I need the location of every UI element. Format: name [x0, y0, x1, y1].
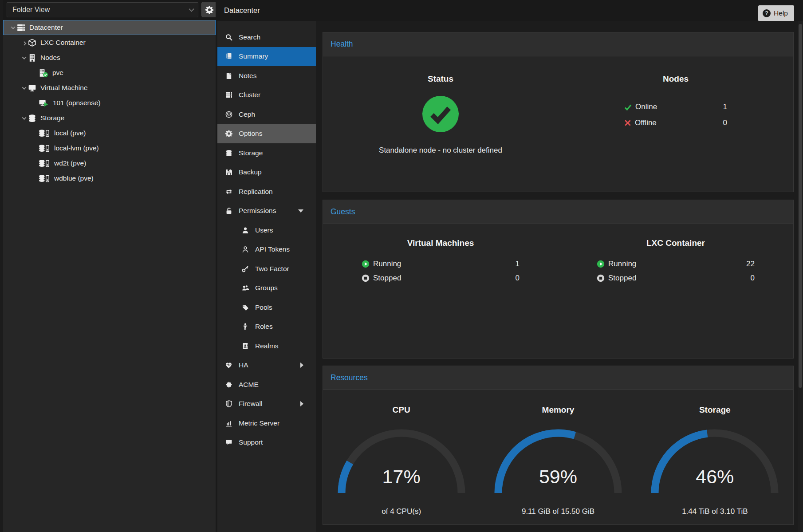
summary-content: Health Status Standalone node - no clust… — [316, 21, 803, 532]
row-value: 0 — [723, 118, 727, 127]
monitor-play-icon — [39, 99, 49, 107]
view-selector-dropdown[interactable]: Folder View — [7, 2, 198, 17]
tree-item-label: Datacenter — [29, 24, 63, 32]
resources-panel-header: Resources — [323, 366, 793, 390]
server-stack-icon — [17, 24, 25, 32]
database-drive-icon — [39, 129, 50, 138]
search-icon — [224, 34, 233, 41]
menu-item-permissions[interactable]: Permissions — [217, 201, 316, 221]
collapse-arrow-icon[interactable] — [20, 117, 28, 120]
menu-item-label: Backup — [239, 168, 262, 176]
menu-item-label: Ceph — [239, 110, 255, 118]
menu-item-cluster[interactable]: Cluster — [217, 86, 316, 105]
tree-item-virtual-machine[interactable]: Virtual Machine — [3, 80, 216, 95]
scrollbar-thumb[interactable] — [799, 24, 802, 388]
menu-item-ceph[interactable]: Ceph — [217, 105, 316, 124]
tree-item-vm-101[interactable]: 101 (opnsense) — [3, 95, 216, 110]
menu-item-pools[interactable]: Pools — [217, 298, 316, 317]
guests-panel-header: Guests — [323, 200, 793, 224]
tree-item-storage-wdblue[interactable]: wdblue (pve) — [3, 171, 216, 186]
menu-item-notes[interactable]: Notes — [217, 66, 316, 86]
row-label: Running — [373, 260, 401, 268]
menu-item-ha[interactable]: HA — [217, 356, 316, 375]
lxc-container-column: LXC Container Running 22 Stopped 0 — [558, 224, 793, 285]
vm-running-row: Running 1 — [362, 257, 520, 271]
server-stack-icon — [224, 91, 233, 99]
health-panel: Health Status Standalone node - no clust… — [323, 32, 794, 192]
tree-item-datacenter[interactable]: Datacenter — [3, 20, 216, 35]
tree-settings-button[interactable] — [201, 2, 217, 17]
menu-item-api-tokens[interactable]: API Tokens — [217, 240, 316, 260]
menu-item-label: Pools — [255, 303, 272, 311]
chevron-right-icon[interactable] — [300, 363, 303, 368]
users-icon — [240, 284, 250, 292]
view-selector-value: Folder View — [12, 6, 50, 14]
menu-item-users[interactable]: Users — [217, 221, 316, 240]
storage-gauge: 46% — [648, 426, 781, 497]
menu-item-label: Metric Server — [239, 419, 279, 427]
expand-arrow-icon[interactable] — [20, 41, 28, 44]
status-message: Standalone node - no cluster defined — [379, 146, 502, 155]
tree-item-label: 101 (opnsense) — [53, 99, 101, 107]
menu-item-label: Summary — [239, 52, 268, 60]
menu-item-support[interactable]: Support — [217, 433, 316, 453]
monitor-icon — [28, 84, 36, 92]
nodes-offline-row: Offline 0 — [624, 115, 727, 131]
help-button[interactable]: ? Help — [758, 5, 794, 21]
collapse-arrow-icon[interactable] — [20, 56, 28, 59]
menu-item-backup[interactable]: Backup — [217, 163, 316, 182]
tree-item-lxc-container[interactable]: LXC Container — [3, 35, 216, 50]
cluster-status-column: Status Standalone node - no cluster defi… — [323, 56, 558, 155]
vm-stopped-row: Stopped 0 — [362, 271, 520, 285]
tree-item-label: LXC Container — [40, 39, 86, 47]
floppy-icon — [224, 169, 233, 176]
tree-item-storage-wd2t[interactable]: wd2t (pve) — [3, 156, 216, 171]
gear-icon — [224, 130, 233, 137]
panel-title: Guests — [331, 207, 355, 217]
menu-item-groups[interactable]: Groups — [217, 279, 316, 298]
nodes-status-column: Nodes Online 1 Offline 0 — [558, 56, 793, 155]
storage-detail: 1.44 TiB of 3.10 TiB — [682, 507, 748, 516]
row-value: 1 — [516, 260, 520, 268]
menu-item-acme[interactable]: ACME — [217, 375, 316, 394]
resources-panel: Resources CPU 17% of 4 CPU(s) Memory — [323, 366, 794, 525]
play-circle-icon — [597, 260, 605, 268]
row-label: Stopped — [608, 274, 636, 283]
memory-gauge-column: Memory 59% 9.11 GiB of 15.50 GiB — [480, 390, 636, 516]
menu-item-firewall[interactable]: Firewall — [217, 394, 316, 414]
chevron-right-icon[interactable] — [300, 401, 303, 406]
database-drive-icon — [39, 144, 50, 153]
tree-item-label: local-lvm (pve) — [54, 144, 99, 152]
tree-item-storage-local-lvm[interactable]: local-lvm (pve) — [3, 141, 216, 156]
tree-item-pve[interactable]: pve — [3, 65, 216, 80]
cpu-gauge-column: CPU 17% of 4 CPU(s) — [323, 390, 480, 516]
menu-item-search[interactable]: Search — [217, 28, 316, 47]
database-drive-icon — [39, 159, 50, 168]
menu-item-summary[interactable]: Summary — [217, 47, 316, 67]
collapse-arrow-icon[interactable] — [9, 26, 17, 29]
menu-item-realms[interactable]: Realms — [217, 336, 316, 356]
tree-item-storage[interactable]: Storage — [3, 110, 216, 126]
row-label: Offline — [635, 118, 657, 127]
cpu-detail: of 4 CPU(s) — [382, 507, 421, 516]
stop-circle-icon — [597, 274, 605, 282]
tree-item-nodes[interactable]: Nodes — [3, 50, 216, 65]
menu-item-label: Groups — [255, 284, 278, 292]
status-heading: Status — [428, 74, 453, 84]
collapse-arrow-icon[interactable] — [20, 87, 28, 90]
menu-item-metric-server[interactable]: Metric Server — [217, 414, 316, 433]
chevron-down-icon[interactable] — [298, 209, 303, 213]
cpu-heading: CPU — [393, 405, 410, 415]
storage-gauge-column: Storage 46% 1.44 TiB of 3.10 TiB — [637, 390, 793, 516]
menu-item-options[interactable]: Options — [217, 124, 316, 144]
menu-item-two-factor[interactable]: Two Factor — [217, 259, 316, 279]
menu-item-replication[interactable]: Replication — [217, 182, 316, 201]
bar-chart-icon — [224, 420, 233, 427]
menu-item-storage[interactable]: Storage — [217, 143, 316, 163]
note-icon — [224, 72, 233, 79]
tree-item-storage-local[interactable]: local (pve) — [3, 126, 216, 141]
menu-item-roles[interactable]: Roles — [217, 317, 316, 337]
vm-heading: Virtual Machines — [407, 238, 474, 248]
vertical-scrollbar[interactable] — [798, 21, 803, 532]
menu-item-label: Search — [239, 33, 260, 41]
